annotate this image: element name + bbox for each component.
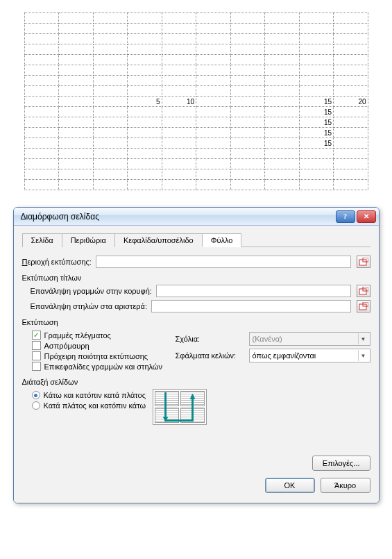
cell[interactable] [59, 76, 94, 86]
cell[interactable]: 15 [299, 128, 334, 138]
cell[interactable] [196, 44, 231, 55]
cell[interactable] [230, 86, 265, 97]
cell[interactable] [59, 55, 94, 65]
cell[interactable] [334, 65, 368, 76]
cell[interactable] [334, 128, 368, 138]
cell[interactable] [196, 149, 231, 159]
order-down-over-radio[interactable]: Κάτω και κατόπιν κατά πλάτος [32, 391, 146, 399]
cell[interactable] [128, 34, 162, 44]
cell[interactable] [334, 180, 368, 190]
cell[interactable] [24, 86, 59, 97]
cell[interactable] [230, 117, 265, 128]
cell-errors-dropdown[interactable]: όπως εμφανίζονται ▼ [249, 349, 370, 362]
cell[interactable] [128, 55, 162, 65]
cell[interactable] [59, 169, 94, 180]
cell[interactable] [128, 117, 162, 128]
cell[interactable] [24, 180, 59, 190]
cell[interactable] [265, 65, 300, 76]
cell[interactable] [93, 55, 128, 65]
cell[interactable] [59, 180, 94, 190]
cell[interactable] [334, 107, 368, 117]
cell[interactable] [162, 159, 196, 169]
cell[interactable] [59, 13, 94, 24]
cell[interactable] [196, 97, 231, 107]
cell[interactable] [128, 13, 162, 24]
cell[interactable] [299, 13, 334, 24]
cell[interactable] [334, 138, 368, 149]
tab-περιθώρια[interactable]: Περιθώρια [62, 233, 115, 247]
cell[interactable] [24, 159, 59, 169]
cell[interactable] [230, 159, 265, 169]
ok-button[interactable]: OK [265, 478, 315, 493]
cell[interactable] [334, 159, 368, 169]
cell[interactable] [128, 159, 162, 169]
cell[interactable] [128, 86, 162, 97]
cell[interactable] [24, 117, 59, 128]
cell[interactable] [196, 24, 231, 34]
cell[interactable] [299, 55, 334, 65]
cell[interactable] [196, 159, 231, 169]
cell[interactable] [334, 55, 368, 65]
cell[interactable] [93, 65, 128, 76]
cell[interactable] [196, 107, 231, 117]
cell[interactable] [196, 117, 231, 128]
cell[interactable] [162, 44, 196, 55]
cell[interactable] [128, 65, 162, 76]
cell[interactable] [230, 128, 265, 138]
cell[interactable] [196, 13, 231, 24]
cell[interactable] [299, 76, 334, 86]
cell[interactable] [299, 86, 334, 97]
cancel-button[interactable]: Άκυρο [321, 478, 370, 493]
draft-checkbox[interactable]: Πρόχειρη ποιότητα εκτύπωσης [32, 351, 176, 360]
cell[interactable] [265, 97, 300, 107]
cell[interactable] [334, 86, 368, 97]
cell[interactable] [24, 138, 59, 149]
options-button[interactable]: Επιλογές... [312, 456, 370, 471]
cell[interactable] [24, 55, 59, 65]
cell[interactable] [128, 180, 162, 190]
cell[interactable] [299, 44, 334, 55]
cell[interactable] [299, 34, 334, 44]
cell[interactable] [334, 76, 368, 86]
cell[interactable] [230, 107, 265, 117]
cell[interactable] [162, 86, 196, 97]
cell[interactable] [93, 107, 128, 117]
cell[interactable] [196, 34, 231, 44]
comments-dropdown[interactable]: (Κανένα) ▼ [249, 332, 370, 346]
cell[interactable] [162, 55, 196, 65]
cell[interactable] [24, 128, 59, 138]
cell[interactable] [265, 44, 300, 55]
cell[interactable] [24, 24, 59, 34]
cell[interactable] [24, 44, 59, 55]
cell[interactable] [230, 180, 265, 190]
cell[interactable] [196, 65, 231, 76]
cell[interactable] [230, 44, 265, 55]
cell[interactable] [162, 13, 196, 24]
cell[interactable] [162, 65, 196, 76]
cell[interactable] [59, 149, 94, 159]
cell[interactable] [93, 169, 128, 180]
cell[interactable] [93, 13, 128, 24]
cell[interactable] [24, 149, 59, 159]
cell[interactable] [93, 117, 128, 128]
cell[interactable] [265, 117, 300, 128]
bw-checkbox[interactable]: Ασπρόμαυρη [32, 341, 176, 350]
range-select-icon[interactable] [357, 285, 370, 297]
cell[interactable]: 10 [162, 97, 196, 107]
cell[interactable] [196, 128, 231, 138]
cell[interactable] [59, 117, 94, 128]
cell[interactable] [162, 34, 196, 44]
cell[interactable] [24, 65, 59, 76]
cell[interactable] [196, 76, 231, 86]
order-over-down-radio[interactable]: Κατά πλάτος και κατόπιν κάτω [32, 401, 146, 410]
close-icon[interactable]: ✕ [357, 210, 376, 223]
cell[interactable] [299, 180, 334, 190]
cell[interactable] [334, 34, 368, 44]
cell[interactable] [128, 138, 162, 149]
cell[interactable] [334, 117, 368, 128]
cell[interactable] [230, 24, 265, 34]
cell[interactable] [265, 34, 300, 44]
cell[interactable] [93, 34, 128, 44]
cell[interactable] [93, 159, 128, 169]
help-icon[interactable]: ? [336, 210, 355, 223]
